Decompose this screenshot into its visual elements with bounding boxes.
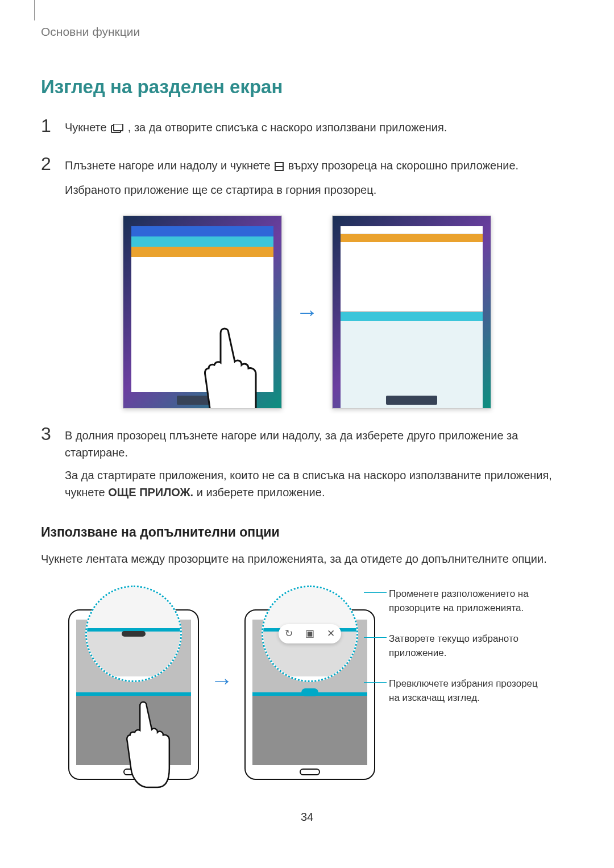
step2-text-before: Плъзнете нагоре или надолу и чукнете [65,159,273,172]
step3-line1: В долния прозорец плъзнете нагоре или на… [65,427,573,461]
step1-text-after: , за да отворите списъка с наскоро изпол… [128,121,447,134]
callout-popup: Превключете избрания прозорец на изскача… [387,676,546,705]
svg-rect-1 [114,124,123,131]
margin-rule [34,0,35,20]
close-icon[interactable]: ✕ [327,626,335,641]
page-title: Изглед на разделен екран [41,73,573,101]
split-window-icon [275,159,284,176]
tablet-outline-right: ↻ ▣ ✕ [244,609,375,780]
step-1: 1 Чукнете , за да отворите списъка с нас… [41,117,573,143]
figure-row-2: → ↻ ▣ ✕ [41,581,573,780]
screenshot-before [123,215,282,409]
step2-line2: Избраното приложение ще се стартира в го… [65,181,573,198]
step2-text-after: върху прозореца на скорошно приложение. [288,159,518,172]
subsection-body: Чукнете лентата между прозорците на прил… [41,550,573,567]
callout-text: Променете разположението на прозорците н… [389,588,529,614]
callout-close: Затворете текущо избраното приложение. [387,632,546,661]
step-2: 2 Плъзнете нагоре или надолу и чукнете в… [41,155,573,204]
figure-row-1: → [41,215,573,409]
callout-text: Затворете текущо избраното приложение. [389,633,518,659]
callout-swap: Променете разположението на прозорците н… [387,587,546,616]
recent-apps-icon [111,121,123,138]
step-body: Плъзнете нагоре или надолу и чукнете вър… [65,155,573,204]
arrow-right-icon: → [296,295,318,329]
callout-text: Превключете избрания прозорец на изскача… [389,678,538,704]
split-toolbar: ↻ ▣ ✕ [279,624,341,643]
callouts: Променете разположението на прозорците н… [387,587,546,705]
step-body: В долния прозорец плъзнете нагоре или на… [65,425,573,506]
popup-view-icon[interactable]: ▣ [305,626,314,641]
screenshot-after [332,215,491,409]
hand-pointer-icon [115,693,172,796]
swap-windows-icon[interactable]: ↻ [285,626,293,641]
page-number: 34 [41,808,573,825]
step-number: 1 [41,117,57,135]
page: Основни функции Изглед на разделен екран… [0,0,614,848]
arrow-right-icon: → [210,663,233,697]
magnifier-right: ↻ ▣ ✕ [262,585,358,682]
step-3: 3 В долния прозорец плъзнете нагоре или … [41,425,573,506]
step-number: 2 [41,155,57,173]
tablet-outline-left [68,609,199,780]
step3-bold: ОЩЕ ПРИЛОЖ. [108,486,193,499]
step-number: 3 [41,425,57,443]
step3-text-after: и изберете приложение. [197,486,325,499]
breadcrumb: Основни функции [41,23,573,41]
magnifier-left [85,585,182,682]
step1-text-before: Чукнете [65,121,110,134]
subsection-heading: Използване на допълнителни опции [41,522,573,542]
step-body: Чукнете , за да отворите списъка с наско… [65,117,573,143]
